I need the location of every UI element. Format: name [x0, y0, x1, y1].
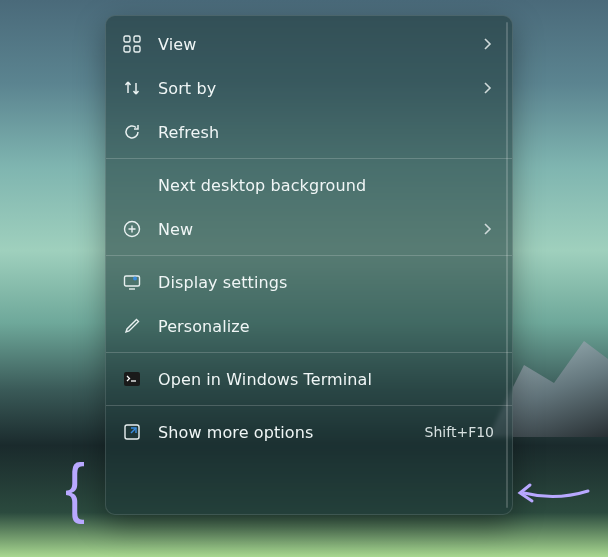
- svg-rect-1: [134, 36, 140, 42]
- pen-icon: [122, 316, 142, 336]
- menu-separator: [106, 352, 512, 353]
- menu-separator: [106, 158, 512, 159]
- svg-rect-5: [125, 276, 140, 286]
- menu-item-label: Personalize: [158, 317, 494, 336]
- desktop-context-menu: View Sort by Refresh Next desktop backgr…: [105, 15, 513, 515]
- svg-point-6: [133, 277, 137, 281]
- annotation-arrow: [516, 479, 590, 507]
- menu-item-label: Sort by: [158, 79, 480, 98]
- svg-rect-0: [124, 36, 130, 42]
- svg-rect-2: [124, 46, 130, 52]
- annotation-brace: {: [65, 450, 85, 526]
- menu-item-view[interactable]: View: [106, 22, 512, 66]
- refresh-icon: [122, 122, 142, 142]
- menu-item-refresh[interactable]: Refresh: [106, 110, 512, 154]
- menu-item-next-desktop-background[interactable]: Next desktop background: [106, 163, 512, 207]
- svg-rect-3: [134, 46, 140, 52]
- menu-item-shortcut: Shift+F10: [425, 424, 494, 440]
- grid-icon: [122, 34, 142, 54]
- blank-icon: [122, 175, 142, 195]
- menu-item-label: Open in Windows Terminal: [158, 370, 494, 389]
- menu-item-label: View: [158, 35, 480, 54]
- chevron-right-icon: [480, 222, 494, 236]
- menu-item-label: Refresh: [158, 123, 494, 142]
- menu-item-label: Show more options: [158, 423, 413, 442]
- menu-item-personalize[interactable]: Personalize: [106, 304, 512, 348]
- svg-rect-7: [124, 372, 140, 386]
- menu-item-label: New: [158, 220, 480, 239]
- menu-separator: [106, 255, 512, 256]
- menu-item-display-settings[interactable]: Display settings: [106, 260, 512, 304]
- menu-item-new[interactable]: New: [106, 207, 512, 251]
- expand-icon: [122, 422, 142, 442]
- terminal-icon: [122, 369, 142, 389]
- menu-separator: [106, 405, 512, 406]
- display-icon: [122, 272, 142, 292]
- menu-item-sort-by[interactable]: Sort by: [106, 66, 512, 110]
- plus-icon: [122, 219, 142, 239]
- chevron-right-icon: [480, 81, 494, 95]
- chevron-right-icon: [480, 37, 494, 51]
- menu-item-label: Display settings: [158, 273, 494, 292]
- menu-item-show-more-options[interactable]: Show more options Shift+F10: [106, 410, 512, 454]
- menu-item-open-in-windows-terminal[interactable]: Open in Windows Terminal: [106, 357, 512, 401]
- menu-item-label: Next desktop background: [158, 176, 494, 195]
- sort-icon: [122, 78, 142, 98]
